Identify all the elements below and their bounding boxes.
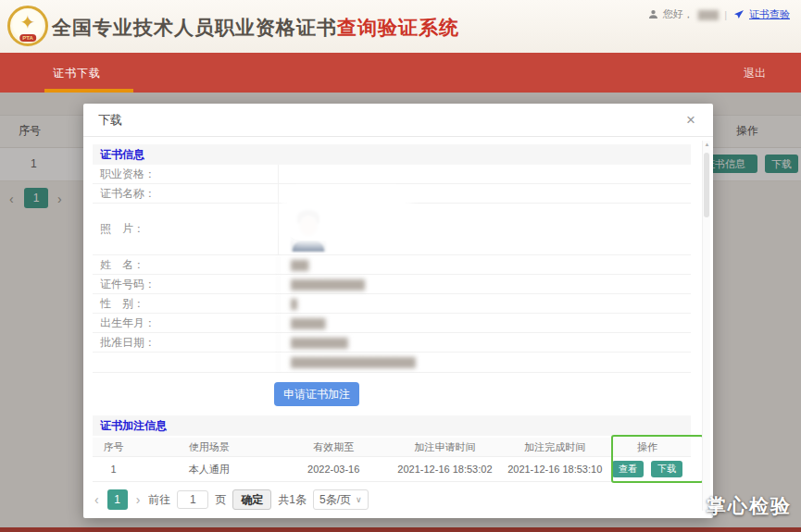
modal-title: 下载 <box>98 113 122 127</box>
logo-emblem-icon: ✦ <box>10 11 45 33</box>
field-value-masked: ██████ <box>278 314 691 332</box>
download-button[interactable]: 下载 <box>651 461 682 477</box>
site-logo-icon: ✦ PTA <box>7 6 48 46</box>
field-label: 性 别： <box>93 296 278 312</box>
form-row-qualification: 职业资格： <box>93 165 691 184</box>
share-icon <box>733 9 745 20</box>
annotation-table-header: 序号 使用场景 有效期至 加注申请时间 加注完成时间 操作 <box>93 438 691 457</box>
annotation-table: 序号 使用场景 有效期至 加注申请时间 加注完成时间 操作 1 本人通用 202… <box>93 438 691 482</box>
watermark: 掌心检验 <box>671 493 792 519</box>
logo-badge: PTA <box>19 34 36 42</box>
cell-scene: 本人通用 <box>134 457 283 481</box>
field-label: 职业资格： <box>93 167 278 182</box>
col-header: 使用场景 <box>134 438 283 456</box>
download-modal: 下载 × 证书信息 职业资格： 证书名称： 照 片： <box>83 104 713 518</box>
per-page-select[interactable]: 5条/页 ∨ <box>313 489 369 510</box>
modal-title-bar: 下载 × <box>83 104 713 137</box>
cert-verify-link[interactable]: 证书查验 <box>749 7 790 21</box>
close-icon[interactable]: × <box>680 104 702 137</box>
cell-no: 1 <box>93 457 134 481</box>
site-title-main: 全国专业技术人员职业资格证书 <box>52 17 337 38</box>
watermark-text: 掌心检验 <box>707 493 792 519</box>
form-row-name: 姓 名： ███ <box>93 255 691 275</box>
col-header: 加注完成时间 <box>507 438 604 456</box>
user-icon <box>648 9 658 19</box>
cell-complete-time: 2021-12-16 18:53:10 <box>507 457 604 481</box>
greeting-text: 您好， <box>663 7 694 21</box>
cell-valid-until: 2022-03-16 <box>283 457 383 481</box>
form-row-approve-date: 批准日期： ██████████ <box>93 333 691 353</box>
field-label: 照 片： <box>93 221 278 237</box>
field-label: 证件号码： <box>93 277 278 292</box>
username-masked: ████ <box>698 10 719 19</box>
goto-label: 前往 <box>148 492 170 508</box>
chevron-down-icon: ∨ <box>356 495 362 504</box>
wechat-icon <box>671 494 701 518</box>
next-page-icon[interactable]: › <box>134 492 143 507</box>
view-button[interactable]: 查看 <box>612 461 644 477</box>
field-value-masked: ██████████████████████ <box>278 353 691 372</box>
field-label: 姓 名： <box>93 257 278 273</box>
tab-cert-download[interactable]: 证书下载 <box>53 66 101 81</box>
active-page[interactable]: 1 <box>107 489 128 510</box>
field-value-masked: ██████████ <box>278 333 691 352</box>
form-row-id-number: 证件号码： █████████████ <box>93 275 691 294</box>
field-value-masked: █████████████ <box>278 275 691 293</box>
apply-annotation-button[interactable]: 申请证书加注 <box>274 382 359 406</box>
form-row-birth: 出生年月： ██████ <box>93 314 691 333</box>
page: ✦ PTA 全国专业技术人员职业资格证书查询验证系统 您好， ████ | 证书… <box>0 0 801 532</box>
col-header: 序号 <box>93 438 134 456</box>
scroll-up-icon[interactable]: ▲ <box>703 142 711 147</box>
site-title-accent: 查询验证系统 <box>337 17 459 38</box>
cell-actions: 查看 下载 <box>604 457 691 481</box>
cell-apply-time: 2021-12-16 18:53:02 <box>383 457 507 481</box>
field-value-masked: █ <box>278 294 691 313</box>
field-label: 出生年月： <box>93 315 278 331</box>
modal-body: 证书信息 职业资格： 证书名称： 照 片： <box>83 137 713 510</box>
scrollbar-thumb[interactable] <box>704 153 709 217</box>
photo-figure <box>293 241 324 252</box>
col-header: 有效期至 <box>283 438 383 456</box>
section-annotation-info: 证书加注信息 <box>93 415 691 436</box>
field-label: 证书名称： <box>93 186 278 202</box>
topbar-divider: | <box>724 9 727 20</box>
site-header: ✦ PTA 全国专业技术人员职业资格证书查询验证系统 您好， ████ | 证书… <box>0 0 801 53</box>
modal-scrollbar[interactable]: ▲ <box>702 141 710 511</box>
main-navbar: 证书下载 退出 <box>0 53 801 93</box>
section-cert-info: 证书信息 <box>93 144 691 165</box>
total-count-label: 共1条 <box>278 492 307 508</box>
modal-pagination: ‹ 1 › 前往 页 确定 共1条 5条/页 ∨ <box>93 489 691 510</box>
form-row-gender: 性 别： █ <box>93 294 691 314</box>
form-row-note: ██████████████████████ <box>93 353 691 373</box>
table-row: 1 本人通用 2022-03-16 2021-12-16 18:53:02 20… <box>93 457 691 482</box>
goto-page-input[interactable] <box>177 490 208 509</box>
logout-link[interactable]: 退出 <box>744 66 766 81</box>
field-value-masked: ███ <box>278 255 691 274</box>
col-header: 加注申请时间 <box>383 438 507 456</box>
col-header-action: 操作 <box>604 438 691 456</box>
prev-page-icon[interactable]: ‹ <box>93 492 101 507</box>
redaction-blob <box>285 194 407 241</box>
confirm-button[interactable]: 确定 <box>232 489 271 510</box>
topbar-user-area: 您好， ████ | 证书查验 <box>648 7 790 21</box>
site-title: 全国专业技术人员职业资格证书查询验证系统 <box>52 15 459 41</box>
field-value <box>278 165 691 183</box>
per-page-value: 5条/页 <box>319 492 351 508</box>
field-label: 批准日期： <box>93 335 278 351</box>
page-unit-label: 页 <box>215 492 226 508</box>
